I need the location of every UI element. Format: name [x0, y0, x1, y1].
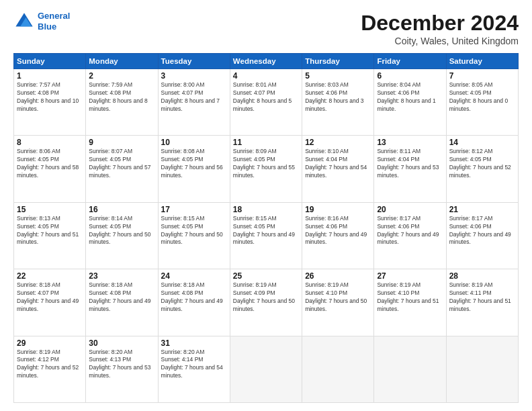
day-number: 2 [89, 71, 154, 81]
calendar-cell: 17Sunrise: 8:15 AMSunset: 4:05 PMDayligh… [158, 202, 230, 269]
calendar-cell: 22Sunrise: 8:18 AMSunset: 4:07 PMDayligh… [14, 269, 86, 336]
day-number: 8 [17, 138, 83, 147]
cell-info: Sunrise: 8:07 AMSunset: 4:05 PMDaylight:… [89, 148, 154, 180]
day-number: 27 [377, 271, 443, 281]
cell-info: Sunrise: 8:18 AMSunset: 4:07 PMDaylight:… [17, 281, 83, 314]
cell-info: Sunrise: 8:08 AMSunset: 4:05 PMDaylight:… [161, 148, 227, 180]
day-number: 24 [161, 271, 227, 281]
cell-info: Sunrise: 8:10 AMSunset: 4:04 PMDaylight:… [305, 148, 371, 180]
day-number: 25 [233, 271, 299, 281]
day-number: 11 [233, 138, 299, 147]
cell-info: Sunrise: 7:59 AMSunset: 4:08 PMDaylight:… [89, 81, 154, 113]
calendar-table: SundayMondayTuesdayWednesdayThursdayFrid… [13, 53, 519, 403]
cell-info: Sunrise: 8:06 AMSunset: 4:05 PMDaylight:… [17, 148, 83, 180]
calendar-cell: 28Sunrise: 8:19 AMSunset: 4:11 PMDayligh… [446, 269, 518, 336]
day-number: 1 [17, 71, 83, 81]
calendar-cell: 5Sunrise: 8:03 AMSunset: 4:06 PMDaylight… [302, 69, 374, 136]
col-header-wednesday: Wednesday [230, 54, 302, 69]
col-header-sunday: Sunday [14, 54, 86, 69]
cell-info: Sunrise: 8:03 AMSunset: 4:06 PMDaylight:… [305, 81, 371, 113]
col-header-tuesday: Tuesday [158, 54, 230, 69]
calendar-cell: 14Sunrise: 8:12 AMSunset: 4:05 PMDayligh… [446, 136, 518, 202]
logo-general: General [38, 11, 70, 21]
cell-info: Sunrise: 8:18 AMSunset: 4:08 PMDaylight:… [89, 281, 154, 314]
calendar-cell: 16Sunrise: 8:14 AMSunset: 4:05 PMDayligh… [86, 202, 158, 269]
col-header-saturday: Saturday [446, 54, 518, 69]
day-number: 16 [89, 205, 154, 214]
calendar-cell: 23Sunrise: 8:18 AMSunset: 4:08 PMDayligh… [86, 269, 158, 336]
calendar-cell [446, 336, 518, 402]
logo-text: General Blue [38, 11, 70, 32]
cell-info: Sunrise: 8:18 AMSunset: 4:08 PMDaylight:… [161, 281, 227, 314]
cell-info: Sunrise: 8:15 AMSunset: 4:05 PMDaylight:… [161, 215, 227, 247]
cell-info: Sunrise: 8:19 AMSunset: 4:10 PMDaylight:… [305, 281, 371, 314]
calendar-cell: 29Sunrise: 8:19 AMSunset: 4:12 PMDayligh… [14, 336, 86, 402]
cell-info: Sunrise: 8:20 AMSunset: 4:14 PMDaylight:… [161, 349, 227, 381]
day-number: 5 [305, 71, 371, 81]
cell-info: Sunrise: 8:17 AMSunset: 4:06 PMDaylight:… [377, 215, 443, 247]
day-number: 30 [89, 338, 154, 348]
day-number: 6 [377, 71, 443, 81]
col-header-friday: Friday [374, 54, 446, 69]
calendar-cell: 18Sunrise: 8:15 AMSunset: 4:05 PMDayligh… [230, 202, 302, 269]
logo-icon [13, 11, 35, 32]
day-number: 29 [17, 338, 83, 348]
cell-info: Sunrise: 8:00 AMSunset: 4:07 PMDaylight:… [161, 81, 227, 113]
calendar-cell [302, 336, 374, 402]
day-number: 21 [449, 205, 515, 214]
day-number: 4 [233, 71, 299, 81]
cell-info: Sunrise: 8:20 AMSunset: 4:13 PMDaylight:… [89, 349, 154, 381]
cell-info: Sunrise: 8:12 AMSunset: 4:05 PMDaylight:… [449, 148, 515, 180]
calendar-cell: 3Sunrise: 8:00 AMSunset: 4:07 PMDaylight… [158, 69, 230, 136]
calendar-cell: 25Sunrise: 8:19 AMSunset: 4:09 PMDayligh… [230, 269, 302, 336]
day-number: 23 [89, 271, 154, 281]
day-number: 9 [89, 138, 154, 147]
calendar-cell: 7Sunrise: 8:05 AMSunset: 4:05 PMDaylight… [446, 69, 518, 136]
calendar-cell: 24Sunrise: 8:18 AMSunset: 4:08 PMDayligh… [158, 269, 230, 336]
cell-info: Sunrise: 8:19 AMSunset: 4:09 PMDaylight:… [233, 281, 299, 314]
week-row-3: 15Sunrise: 8:13 AMSunset: 4:05 PMDayligh… [14, 202, 519, 269]
title-block: December 2024 Coity, Wales, United Kingd… [361, 11, 519, 46]
page: General Blue December 2024 Coity, Wales,… [0, 0, 532, 411]
cell-info: Sunrise: 8:19 AMSunset: 4:12 PMDaylight:… [17, 349, 83, 381]
cell-info: Sunrise: 8:19 AMSunset: 4:10 PMDaylight:… [377, 281, 443, 314]
page-subtitle: Coity, Wales, United Kingdom [361, 36, 519, 46]
day-number: 3 [161, 71, 227, 81]
day-number: 26 [305, 271, 371, 281]
week-row-5: 29Sunrise: 8:19 AMSunset: 4:12 PMDayligh… [14, 336, 519, 402]
cell-info: Sunrise: 8:19 AMSunset: 4:11 PMDaylight:… [449, 281, 515, 314]
header: General Blue December 2024 Coity, Wales,… [13, 11, 519, 46]
calendar-cell [374, 336, 446, 402]
cell-info: Sunrise: 8:04 AMSunset: 4:06 PMDaylight:… [377, 81, 443, 113]
week-row-2: 8Sunrise: 8:06 AMSunset: 4:05 PMDaylight… [14, 136, 519, 202]
day-number: 18 [233, 205, 299, 214]
calendar-cell: 15Sunrise: 8:13 AMSunset: 4:05 PMDayligh… [14, 202, 86, 269]
cell-info: Sunrise: 8:05 AMSunset: 4:05 PMDaylight:… [449, 81, 515, 113]
day-number: 10 [161, 138, 227, 147]
day-number: 22 [17, 271, 83, 281]
col-header-monday: Monday [86, 54, 158, 69]
week-row-4: 22Sunrise: 8:18 AMSunset: 4:07 PMDayligh… [14, 269, 519, 336]
day-number: 20 [377, 205, 443, 214]
page-title: December 2024 [361, 11, 519, 36]
calendar-cell: 13Sunrise: 8:11 AMSunset: 4:04 PMDayligh… [374, 136, 446, 202]
week-row-1: 1Sunrise: 7:57 AMSunset: 4:08 PMDaylight… [14, 69, 519, 136]
calendar-cell: 21Sunrise: 8:17 AMSunset: 4:06 PMDayligh… [446, 202, 518, 269]
cell-info: Sunrise: 8:01 AMSunset: 4:07 PMDaylight:… [233, 81, 299, 113]
calendar-cell [230, 336, 302, 402]
calendar-cell: 19Sunrise: 8:16 AMSunset: 4:06 PMDayligh… [302, 202, 374, 269]
calendar-cell: 31Sunrise: 8:20 AMSunset: 4:14 PMDayligh… [158, 336, 230, 402]
day-number: 17 [161, 205, 227, 214]
cell-info: Sunrise: 7:57 AMSunset: 4:08 PMDaylight:… [17, 81, 83, 113]
calendar-cell: 8Sunrise: 8:06 AMSunset: 4:05 PMDaylight… [14, 136, 86, 202]
col-header-thursday: Thursday [302, 54, 374, 69]
calendar-cell: 26Sunrise: 8:19 AMSunset: 4:10 PMDayligh… [302, 269, 374, 336]
calendar-cell: 12Sunrise: 8:10 AMSunset: 4:04 PMDayligh… [302, 136, 374, 202]
calendar-cell: 20Sunrise: 8:17 AMSunset: 4:06 PMDayligh… [374, 202, 446, 269]
day-number: 7 [449, 71, 515, 81]
cell-info: Sunrise: 8:13 AMSunset: 4:05 PMDaylight:… [17, 215, 83, 247]
calendar-cell: 2Sunrise: 7:59 AMSunset: 4:08 PMDaylight… [86, 69, 158, 136]
calendar-cell: 30Sunrise: 8:20 AMSunset: 4:13 PMDayligh… [86, 336, 158, 402]
cell-info: Sunrise: 8:17 AMSunset: 4:06 PMDaylight:… [449, 215, 515, 247]
logo: General Blue [13, 11, 70, 32]
